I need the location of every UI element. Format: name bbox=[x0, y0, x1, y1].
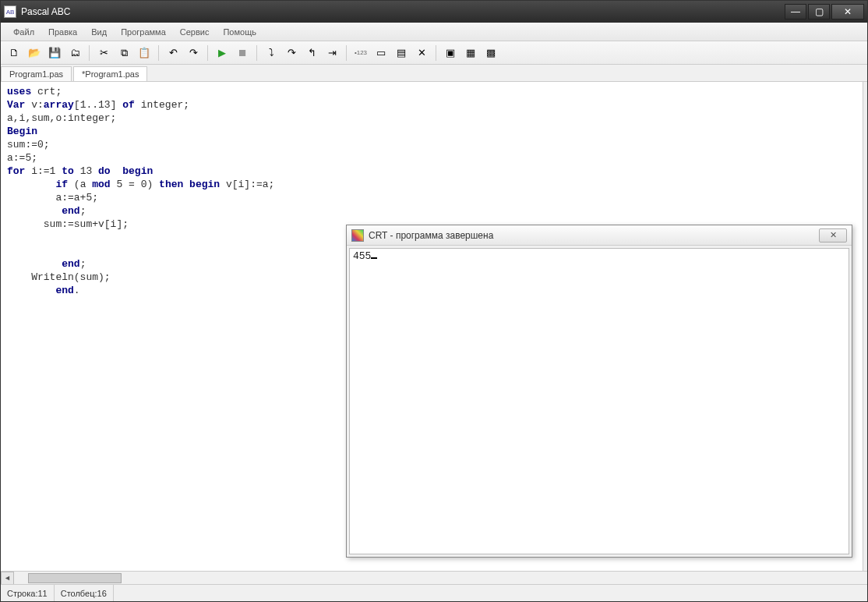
breakpoint-icon[interactable]: •123 bbox=[352, 44, 369, 62]
toolbar-separator bbox=[207, 45, 208, 61]
form-icon[interactable]: ▣ bbox=[442, 44, 459, 62]
text-token: integer; bbox=[135, 99, 189, 111]
file-tab-1[interactable]: *Program1.pas bbox=[73, 66, 147, 81]
code-line[interactable]: if (a mod 5 = 0) then begin v[i]:=a; bbox=[7, 178, 856, 191]
keyword-token: end bbox=[55, 285, 73, 296]
save-all-icon[interactable]: 🗂 bbox=[66, 44, 83, 62]
text-token: a:=a+5; bbox=[7, 192, 98, 204]
main-window: AB Pascal ABC — ▢ ✕ ФайлПравкаВидПрограм… bbox=[0, 0, 868, 602]
watch-icon[interactable]: ▭ bbox=[372, 44, 390, 62]
code-line[interactable]: for i:=1 to 13 do begin bbox=[7, 165, 856, 178]
text-token: crt; bbox=[31, 86, 62, 97]
redo-icon[interactable]: ↷ bbox=[185, 44, 202, 62]
file-tab-0[interactable]: Program1.pas bbox=[1, 66, 72, 81]
toolbar: 🗋📂💾🗂✂⧉📋↶↷▶⏹⤵↷↰⇥•123▭▤✕▣▦▩ bbox=[1, 41, 867, 65]
horizontal-scrollbar[interactable]: ◄ bbox=[1, 571, 867, 584]
text-token bbox=[183, 179, 189, 190]
cut-icon[interactable]: ✂ bbox=[95, 44, 112, 62]
code-line[interactable]: a:=a+5; bbox=[7, 191, 856, 204]
keyword-token: for bbox=[7, 165, 25, 177]
status-line: Строка: 11 bbox=[1, 585, 55, 601]
text-token: i:=1 bbox=[25, 165, 62, 177]
menu-item-1[interactable]: Правка bbox=[42, 25, 83, 39]
text-token: a:=5; bbox=[7, 152, 37, 164]
crt-output: 455 bbox=[349, 248, 849, 554]
text-token bbox=[111, 165, 123, 177]
code-line[interactable]: a,i,sum,o:integer; bbox=[7, 112, 856, 125]
crt-title: CRT - программа завершена bbox=[369, 230, 819, 241]
keyword-token: end bbox=[62, 205, 79, 217]
keyword-token: begin bbox=[122, 165, 153, 177]
text-token: ; bbox=[80, 258, 86, 270]
code-line[interactable]: end; bbox=[7, 204, 856, 218]
locals-icon[interactable]: ▤ bbox=[393, 44, 410, 62]
code-line[interactable]: sum:=0; bbox=[7, 138, 856, 151]
window-title: Pascal ABC bbox=[21, 6, 785, 17]
menu-item-4[interactable]: Сервис bbox=[174, 25, 216, 39]
menu-item-3[interactable]: Программа bbox=[115, 25, 172, 39]
menu-item-5[interactable]: Помощь bbox=[217, 25, 263, 39]
titlebar: AB Pascal ABC — ▢ ✕ bbox=[1, 1, 867, 23]
text-token: . bbox=[74, 285, 80, 296]
run-icon[interactable]: ▶ bbox=[213, 44, 231, 62]
status-col-label: Столбец: bbox=[61, 589, 97, 598]
keyword-token: then bbox=[159, 179, 183, 190]
keyword-token: Begin bbox=[7, 126, 37, 137]
save-icon[interactable]: 💾 bbox=[46, 44, 63, 62]
right-gutter bbox=[863, 82, 867, 571]
tab-strip: Program1.pas*Program1.pas bbox=[1, 65, 867, 82]
crt-window: CRT - программа завершена ✕ 455 bbox=[346, 225, 852, 558]
toolbar-separator bbox=[436, 45, 436, 61]
new-icon[interactable]: 🗋 bbox=[5, 44, 23, 62]
close-button[interactable]: ✕ bbox=[831, 4, 864, 19]
step-over-icon[interactable]: ↷ bbox=[283, 44, 300, 62]
crt-close-button[interactable]: ✕ bbox=[819, 228, 847, 243]
toolbar-separator bbox=[89, 45, 90, 61]
text-token: (a bbox=[68, 179, 92, 190]
app-icon: AB bbox=[4, 5, 16, 18]
code-icon[interactable]: ▩ bbox=[482, 44, 499, 62]
crt-cursor bbox=[371, 257, 377, 259]
open-icon[interactable]: 📂 bbox=[26, 44, 43, 62]
editor-area: uses crt;Var v:array[1..13] of integer;a… bbox=[1, 82, 867, 571]
keyword-token: begin bbox=[189, 179, 220, 190]
text-token bbox=[7, 285, 55, 296]
step-into-icon[interactable]: ⤵ bbox=[263, 44, 280, 62]
code-line[interactable]: uses crt; bbox=[7, 85, 856, 98]
step-out-icon[interactable]: ↰ bbox=[303, 44, 320, 62]
menu-item-2[interactable]: Вид bbox=[85, 25, 113, 39]
copy-icon[interactable]: ⧉ bbox=[115, 44, 132, 62]
scroll-thumb[interactable] bbox=[28, 573, 122, 583]
text-token bbox=[7, 205, 62, 217]
stop-icon[interactable]: ⏹ bbox=[234, 44, 251, 62]
close-panel-icon[interactable]: ✕ bbox=[413, 44, 430, 62]
minimize-button[interactable]: — bbox=[785, 4, 806, 19]
text-token: Writeln(sum); bbox=[7, 271, 111, 283]
status-col-value: 16 bbox=[97, 589, 107, 598]
maximize-button[interactable]: ▢ bbox=[808, 4, 830, 19]
toolbar-separator bbox=[346, 45, 347, 61]
keyword-token: end bbox=[62, 258, 79, 270]
menu-item-0[interactable]: Файл bbox=[7, 25, 41, 39]
keyword-token: mod bbox=[92, 179, 110, 190]
status-column: Столбец: 16 bbox=[55, 585, 114, 601]
menubar: ФайлПравкаВидПрограммаСервисПомощь bbox=[1, 23, 867, 41]
text-token: [1..13] bbox=[74, 99, 122, 111]
text-token: 5 = 0) bbox=[111, 179, 159, 190]
code-line[interactable]: Begin bbox=[7, 125, 856, 138]
statusbar: Строка: 11 Столбец: 16 bbox=[1, 584, 867, 601]
text-token: a,i,sum,o:integer; bbox=[7, 112, 116, 124]
scroll-left-arrow[interactable]: ◄ bbox=[1, 572, 14, 585]
design-icon[interactable]: ▦ bbox=[462, 44, 479, 62]
keyword-token: array bbox=[44, 99, 74, 111]
keyword-token: to bbox=[62, 165, 74, 177]
run-to-cursor-icon[interactable]: ⇥ bbox=[323, 44, 340, 62]
text-token bbox=[7, 258, 62, 270]
code-line[interactable]: Var v:array[1..13] of integer; bbox=[7, 98, 856, 112]
window-buttons: — ▢ ✕ bbox=[785, 4, 864, 19]
keyword-token: if bbox=[55, 179, 68, 190]
paste-icon[interactable]: 📋 bbox=[136, 44, 153, 62]
undo-icon[interactable]: ↶ bbox=[164, 44, 182, 62]
keyword-token: Var bbox=[7, 99, 25, 111]
code-line[interactable]: a:=5; bbox=[7, 151, 856, 165]
